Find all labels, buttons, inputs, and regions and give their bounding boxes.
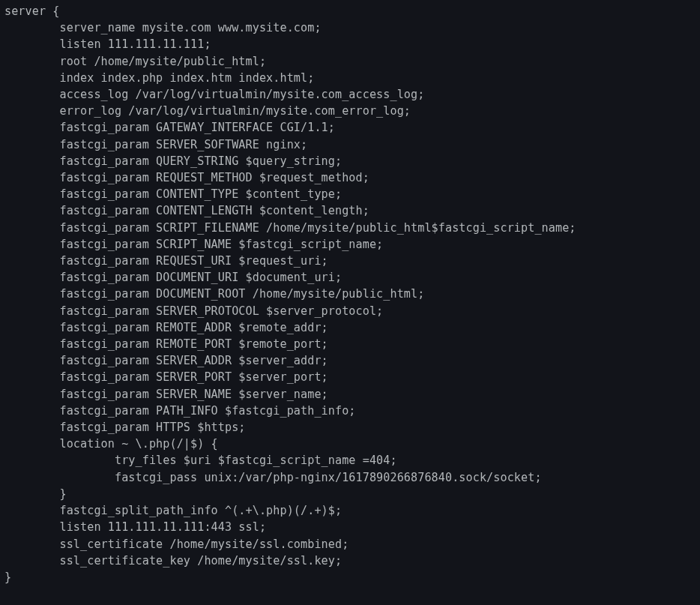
nginx-config-block: server { server_name mysite.com www.mysi…: [0, 0, 700, 589]
nginx-config-code: server { server_name mysite.com www.mysi…: [4, 4, 576, 584]
